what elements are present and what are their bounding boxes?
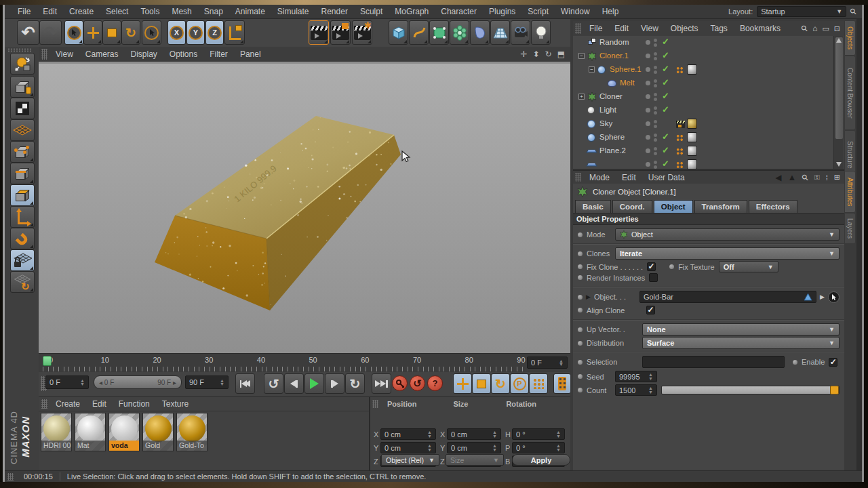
mograph-button[interactable] bbox=[450, 20, 469, 45]
visibility-dot[interactable] bbox=[646, 94, 650, 99]
convert-object-button[interactable] bbox=[10, 53, 35, 75]
frame-range-slider[interactable]: ◂ 0 F 90 F ▸ bbox=[94, 375, 182, 389]
clones-dropdown[interactable]: Iterate▼ bbox=[615, 247, 840, 260]
enable-checkbox[interactable]: ✓ bbox=[829, 358, 837, 367]
material-tag-thumbnail[interactable] bbox=[687, 64, 697, 75]
expander-icon[interactable]: − bbox=[578, 53, 585, 59]
position-y-field[interactable]: 0 cm▲▼ bbox=[380, 442, 436, 453]
add-light-button[interactable] bbox=[531, 20, 551, 45]
count-slider-handle[interactable] bbox=[830, 386, 839, 394]
key-rotation-button[interactable]: ↻ bbox=[491, 373, 510, 394]
lock-icon[interactable]: ⚿ bbox=[814, 174, 820, 182]
snap-magnet-button[interactable] bbox=[10, 228, 35, 249]
menu-select[interactable]: Select bbox=[100, 7, 134, 16]
menu-snap[interactable]: Snap bbox=[198, 7, 229, 16]
visibility-dot[interactable] bbox=[646, 54, 650, 58]
panel-grip[interactable] bbox=[41, 49, 47, 59]
object-row-cloner[interactable]: +Cloner✓ bbox=[573, 90, 844, 104]
render-tag-icon[interactable] bbox=[676, 121, 685, 128]
up-vector-dropdown[interactable]: None▼ bbox=[642, 323, 840, 336]
render-dots[interactable] bbox=[654, 161, 657, 164]
position-x-field[interactable]: 0 cm▲▼ bbox=[380, 428, 436, 440]
count-field[interactable]: 1500▲▼ bbox=[615, 384, 657, 396]
goto-end-button[interactable] bbox=[372, 373, 391, 394]
size-x-field[interactable]: 0 cm▲▼ bbox=[447, 428, 501, 440]
object-manager-menu-file[interactable]: File bbox=[583, 24, 608, 33]
panel-grip[interactable] bbox=[7, 473, 14, 481]
size-y-field[interactable]: 0 cm▲▼ bbox=[447, 442, 501, 453]
render-dots[interactable] bbox=[654, 66, 657, 69]
visibility-dot[interactable] bbox=[646, 162, 650, 167]
menu-simulate[interactable]: Simulate bbox=[271, 7, 315, 16]
panel-menu-icon[interactable]: ⊡ bbox=[834, 24, 840, 33]
count-slider[interactable] bbox=[661, 386, 840, 394]
menu-create[interactable]: Create bbox=[63, 7, 100, 16]
object-manager-menu-view[interactable]: View bbox=[635, 24, 665, 33]
texture-tag-icon[interactable] bbox=[676, 148, 684, 155]
add-camera-button[interactable] bbox=[511, 20, 530, 45]
end-frame-field[interactable]: 90 F▲▼ bbox=[185, 375, 229, 389]
panel-grip[interactable] bbox=[7, 48, 32, 52]
object-link-field[interactable]: Gold-Bar bbox=[639, 291, 816, 303]
visibility-dot[interactable] bbox=[646, 40, 650, 45]
object-manager-menu-tags[interactable]: Tags bbox=[705, 24, 734, 33]
expander-icon[interactable]: − bbox=[589, 66, 595, 73]
object-row-random[interactable]: Random✓ bbox=[573, 36, 844, 49]
rotate-tool[interactable]: ↻ bbox=[121, 20, 140, 45]
viewport-canvas[interactable]: 1 KILO 999.9 bbox=[39, 64, 570, 353]
attributes-menu-mode[interactable]: Mode bbox=[583, 173, 616, 182]
add-metaball-button[interactable] bbox=[470, 20, 490, 45]
move-tool[interactable] bbox=[83, 20, 102, 45]
object-row-sky[interactable]: Sky bbox=[573, 117, 844, 131]
menu-plugins[interactable]: Plugins bbox=[483, 7, 521, 16]
render-dots[interactable] bbox=[654, 52, 657, 56]
material-tag-thumbnail[interactable] bbox=[687, 119, 697, 129]
key-position-button[interactable] bbox=[453, 373, 472, 394]
tab-basic[interactable]: Basic bbox=[575, 200, 611, 213]
object-row-sphere[interactable]: Sphere✓ bbox=[573, 131, 844, 144]
menu-character[interactable]: Character bbox=[435, 7, 483, 16]
viewport-menu-cameras[interactable]: Cameras bbox=[79, 49, 125, 59]
render-dots[interactable] bbox=[654, 147, 657, 150]
object-row-plane-2[interactable]: Plane.2✓ bbox=[573, 144, 844, 158]
side-tab-attributes[interactable]: Attributes bbox=[844, 171, 856, 213]
scroll-up-arrow[interactable] bbox=[836, 38, 842, 43]
timeline-ruler[interactable]: 0102030405060708090 0 F▲▼ bbox=[39, 353, 570, 372]
search-icon[interactable]: ⚲ bbox=[848, 6, 859, 17]
last-tool-button[interactable] bbox=[142, 20, 161, 45]
object-expand-arrow[interactable]: ▶ bbox=[820, 293, 825, 300]
render-picture-viewer-button[interactable] bbox=[330, 20, 351, 45]
object-row-cloner-1[interactable]: −Cloner.1✓ bbox=[573, 49, 844, 63]
new-panel-icon[interactable]: ⊞ bbox=[834, 173, 840, 182]
menu-mesh[interactable]: Mesh bbox=[165, 7, 197, 16]
keyframe-selection-button[interactable] bbox=[553, 373, 571, 394]
viewport-menu-filter[interactable]: Filter bbox=[203, 49, 234, 59]
rotation-h-field[interactable]: 0 °▲▼ bbox=[512, 428, 565, 440]
redo-button[interactable]: ↷ bbox=[39, 20, 62, 45]
add-floor-button[interactable] bbox=[490, 20, 510, 45]
home-icon[interactable]: ⌂ bbox=[812, 24, 817, 33]
polygon-mode-button[interactable] bbox=[10, 184, 35, 206]
render-dots[interactable] bbox=[654, 93, 657, 96]
render-dots[interactable] bbox=[654, 134, 657, 137]
coordinate-system-button[interactable] bbox=[224, 20, 245, 45]
object-manager-menu-bookmarks[interactable]: Bookmarks bbox=[734, 24, 787, 33]
frame-spinner[interactable]: 0 F▲▼ bbox=[527, 357, 568, 369]
scrollbar-thumb[interactable] bbox=[835, 37, 843, 139]
enabled-check-icon[interactable]: ✓ bbox=[662, 131, 669, 142]
attributes-menu-edit[interactable]: Edit bbox=[616, 173, 642, 182]
next-frame-button[interactable] bbox=[325, 373, 344, 394]
lock-workplane-button[interactable] bbox=[10, 249, 35, 271]
keyframe-options-button[interactable]: ? bbox=[427, 375, 443, 391]
texture-mode-button[interactable] bbox=[10, 98, 35, 119]
tab-transform[interactable]: Transform bbox=[694, 200, 747, 213]
panel-grip[interactable] bbox=[575, 23, 581, 33]
viewport-menu-view[interactable]: View bbox=[50, 49, 79, 59]
object-row-light[interactable]: Light✓ bbox=[573, 104, 844, 117]
previous-frame-button[interactable] bbox=[284, 373, 304, 394]
menu-help[interactable]: Help bbox=[596, 7, 625, 16]
pick-object-button[interactable] bbox=[828, 291, 840, 303]
visibility-dot[interactable] bbox=[646, 148, 650, 153]
menu-edit[interactable]: Edit bbox=[37, 7, 63, 16]
tab-coord[interactable]: Coord. bbox=[612, 200, 652, 213]
